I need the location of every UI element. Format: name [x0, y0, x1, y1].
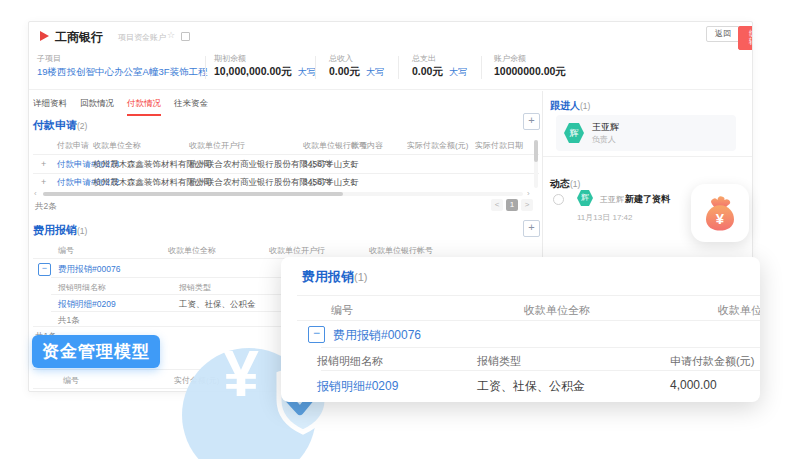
- total-expense-value: 0.00元大写: [412, 66, 467, 77]
- divider: [481, 56, 482, 79]
- field-label-total-income: 总收入: [329, 55, 353, 63]
- field-label-subproject: 子项目: [37, 55, 61, 63]
- hscroll-left-arrow[interactable]: ‹: [34, 190, 37, 198]
- payment-row-content: 1: [351, 177, 356, 187]
- activity-time: 11月13日 17:42: [577, 212, 632, 223]
- overlay-detail-col-header: 报销明细名称: [317, 354, 383, 369]
- divider: [321, 370, 760, 371]
- clock-icon: [553, 194, 564, 205]
- hscroll-right-arrow[interactable]: ›: [527, 190, 530, 198]
- overlay-col-header: 收款单位全称: [524, 303, 590, 318]
- col-header: 实付金额(元): [174, 375, 219, 386]
- col-header: 收款单位全称: [93, 140, 141, 151]
- tab-payment[interactable]: 付款情况: [127, 98, 161, 116]
- payment-section-title: 付款申请(2): [33, 118, 87, 133]
- payment-row-content: 1: [351, 159, 356, 169]
- row-collapse-icon[interactable]: −: [38, 263, 51, 276]
- account-balance-value: 10000000.00元: [494, 66, 566, 77]
- divider: [33, 173, 539, 174]
- divider: [205, 56, 206, 79]
- col-header: 实际付款金额(元): [407, 140, 468, 151]
- divider: [398, 56, 399, 79]
- col-header: 付款申请: [57, 140, 89, 151]
- add-payment-button[interactable]: +: [523, 113, 540, 130]
- follower-card[interactable]: 辉 王亚辉 负责人: [556, 115, 736, 151]
- vscrollbar-thumb[interactable]: [534, 140, 538, 162]
- tab-bar: 详细资料 回款情况 付款情况 往来资金: [33, 98, 208, 116]
- col-header: 编号: [63, 375, 79, 386]
- divider: [543, 156, 752, 157]
- tab-receipt[interactable]: 回款情况: [80, 98, 114, 116]
- overlay-collapse-icon[interactable]: −: [308, 326, 325, 343]
- activity-action: 新建了资料: [625, 193, 670, 206]
- overlay-detail-type: 工资、社保、公积金: [477, 378, 585, 395]
- tab-transactions[interactable]: 往来资金: [174, 98, 208, 116]
- fullscreen-icon[interactable]: [181, 32, 190, 41]
- payment-row-account: 345678: [303, 177, 331, 187]
- model-badge: 资金管理模型: [32, 335, 160, 368]
- payment-row-bank: 杭州联合农村商业银行股份有限公司半山支行: [189, 159, 359, 171]
- divider: [315, 56, 316, 79]
- divider: [297, 320, 760, 321]
- follower-name: 王亚辉: [592, 121, 619, 134]
- daxie-link[interactable]: 大写: [298, 67, 316, 77]
- subproject-link[interactable]: 19楼西投创智中心办公室A幢3F装饰工程: [37, 67, 208, 77]
- vscrollbar-track[interactable]: [534, 140, 538, 188]
- followers-title: 跟进人(1): [550, 99, 590, 113]
- daxie-link[interactable]: 大写: [366, 67, 384, 77]
- overlay-expense-link[interactable]: 费用报销#00076: [333, 327, 421, 344]
- expense-zoom-panel: 费用报销(1) 编号 收款单位全称 收款单位开户行 − 费用报销#00076 报…: [281, 257, 760, 402]
- detail-col-header: 报销类型: [179, 282, 211, 293]
- overlay-col-header: 编号: [331, 303, 353, 318]
- field-label-total-expense: 总支出: [412, 55, 436, 63]
- overlay-detail-link[interactable]: 报销明细#0209: [317, 378, 398, 395]
- col-header: 款项内容: [351, 140, 383, 151]
- overlay-detail-amount: 4,000.00: [670, 378, 717, 392]
- total-income-value: 0.00元大写: [329, 66, 384, 77]
- detail-col-header: 报销明细名称: [58, 282, 106, 293]
- field-label-account-balance: 账户余额: [494, 55, 526, 63]
- bank-title: 工商银行: [55, 29, 103, 46]
- col-header: 编号: [58, 245, 74, 256]
- payment-row-bank: 杭州联合农村商业银行股份有限公司半山支行: [189, 177, 359, 189]
- row-expand-icon[interactable]: +: [41, 178, 46, 187]
- star-icon[interactable]: ☆: [167, 31, 175, 40]
- payment-row-account: 345678: [303, 159, 331, 169]
- edit-button[interactable]: 编辑: [738, 26, 753, 50]
- col-header: 收款单位开户行: [189, 140, 245, 151]
- divider: [321, 347, 760, 348]
- expense-section-title: 费用报销(1): [33, 223, 87, 238]
- hscrollbar-track[interactable]: [43, 192, 523, 196]
- moneybag-icon: ¥: [699, 192, 741, 234]
- col-header: 收款单位开户行: [269, 245, 325, 256]
- divider: [297, 295, 760, 296]
- divider: [33, 154, 539, 155]
- follower-role: 负责人: [592, 134, 616, 145]
- avatar: 辉: [577, 190, 593, 206]
- tab-detail[interactable]: 详细资料: [33, 98, 67, 116]
- account-type-label: 项目资金账户: [118, 32, 166, 43]
- divider: [29, 89, 752, 90]
- expense-row-link[interactable]: 费用报销#00076: [58, 264, 120, 276]
- expense-detail-type: 工资、社保、公积金: [179, 299, 256, 311]
- pagination-next[interactable]: >: [521, 199, 533, 211]
- activity-title: 动态(1): [550, 177, 580, 191]
- daxie-link[interactable]: 大写: [449, 67, 467, 77]
- add-expense-button[interactable]: +: [523, 220, 540, 237]
- brand-arrow-icon: [40, 31, 49, 41]
- field-label-opening-balance: 期初余额: [214, 55, 246, 63]
- back-button[interactable]: 返回: [706, 26, 740, 42]
- overlay-detail-col-header: 报销类型: [477, 354, 521, 369]
- avatar: 辉: [564, 123, 584, 143]
- overlay-title: 费用报销(1): [302, 268, 367, 286]
- col-header: 实际付款日期: [475, 140, 523, 151]
- col-header: 收款单位全称: [168, 245, 216, 256]
- hscrollbar-thumb[interactable]: [43, 192, 343, 196]
- pagination-prev[interactable]: <: [491, 199, 503, 211]
- expense-detail-link[interactable]: 报销明细#0209: [58, 299, 116, 311]
- pagination-page-1[interactable]: 1: [506, 199, 518, 211]
- activity-user: 王亚辉: [600, 194, 624, 205]
- payment-total-count: 共2条: [35, 201, 57, 213]
- row-expand-icon[interactable]: +: [41, 160, 46, 169]
- col-header: 收款单位银行帐号: [369, 245, 433, 256]
